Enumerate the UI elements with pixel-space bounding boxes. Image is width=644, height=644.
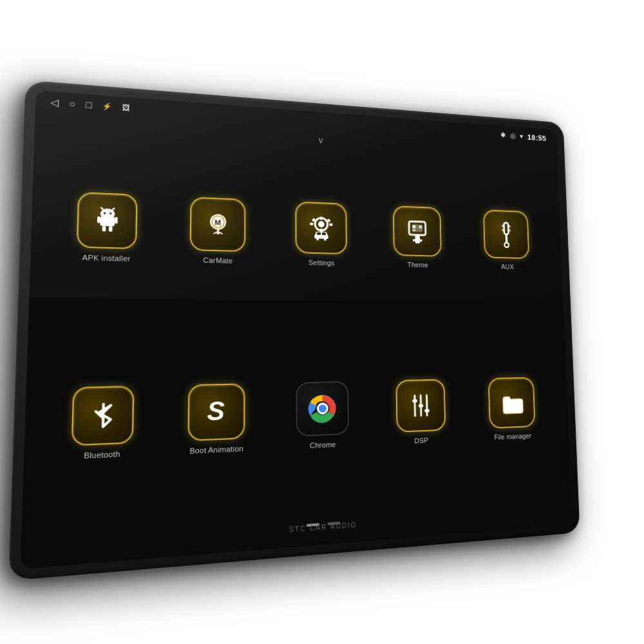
clock: 18:55 <box>527 133 547 142</box>
usb-icon: ⚡ <box>102 102 112 111</box>
recents-icon[interactable]: □ <box>86 99 92 110</box>
carmate-label: CarMate <box>203 256 232 264</box>
settings-label: Settings <box>308 258 335 267</box>
device-screen: ◁ ○ □ ⚡ 🖼 ✱ ◎ ▾ 18:55 ∨ <box>21 90 572 569</box>
svg-rect-37 <box>507 225 511 227</box>
app-item-settings[interactable]: Settings <box>276 149 366 318</box>
app-grid: APK installer M <box>22 128 571 531</box>
chrome-icon-bg <box>296 381 349 437</box>
location-icon: ◎ <box>510 131 516 140</box>
svg-rect-7 <box>109 226 113 232</box>
app-item-apk-installer[interactable]: APK installer <box>52 135 159 318</box>
app-item-bluetooth[interactable]: Bluetooth <box>46 329 156 522</box>
app-item-chrome[interactable]: Chrome <box>276 328 369 507</box>
svg-text:S: S <box>207 397 225 426</box>
bluetooth-status-icon: ✱ <box>500 131 506 139</box>
svg-rect-25 <box>322 232 326 235</box>
app-item-carmate[interactable]: M CarMate <box>168 142 265 318</box>
svg-rect-24 <box>317 232 321 234</box>
nav-icons: ◁ ○ □ ⚡ 🖼 <box>50 97 130 113</box>
svg-point-35 <box>504 242 509 247</box>
status-icons: ✱ ◎ ▾ 18:55 <box>500 131 546 142</box>
svg-rect-48 <box>418 404 423 408</box>
wifi-icon: ▾ <box>520 132 523 140</box>
svg-point-14 <box>318 221 325 227</box>
svg-line-8 <box>101 207 103 209</box>
bluetooth-icon <box>71 386 134 446</box>
svg-rect-5 <box>115 217 118 224</box>
svg-rect-29 <box>413 239 422 242</box>
back-icon[interactable]: ◁ <box>50 97 59 108</box>
home-icon[interactable]: ○ <box>69 98 75 109</box>
carmate-icon: M <box>190 196 246 252</box>
dsp-label: DSP <box>414 437 428 445</box>
svg-rect-36 <box>502 225 505 227</box>
svg-rect-32 <box>412 229 415 231</box>
theme-label: Theme <box>407 261 428 269</box>
apk-installer-label: APK installer <box>82 253 130 262</box>
file-manager-label: File manager <box>494 432 531 441</box>
dropdown-chevron[interactable]: ∨ <box>317 135 324 146</box>
dsp-icon <box>395 379 446 433</box>
theme-icon <box>392 205 441 257</box>
svg-rect-17 <box>310 222 313 225</box>
svg-rect-33 <box>504 222 508 234</box>
svg-rect-31 <box>419 225 422 229</box>
svg-rect-16 <box>320 229 323 232</box>
app-item-dsp[interactable]: DSP <box>376 328 464 500</box>
svg-line-46 <box>426 395 427 415</box>
svg-rect-49 <box>424 409 430 412</box>
aux-icon <box>483 209 529 259</box>
svg-line-44 <box>415 395 415 416</box>
device-wrapper: ◁ ○ □ ⚡ 🖼 ✱ ◎ ▾ 18:55 ∨ <box>45 97 599 547</box>
svg-rect-38 <box>502 229 505 231</box>
svg-rect-3 <box>100 216 115 226</box>
svg-rect-6 <box>102 226 106 232</box>
chrome-label: Chrome <box>310 440 336 450</box>
boot-animation-icon: S <box>188 383 245 441</box>
svg-rect-18 <box>330 223 333 225</box>
svg-rect-15 <box>320 216 323 220</box>
svg-text:M: M <box>215 218 222 226</box>
brand-text: STC CAR AUDIO <box>289 521 357 533</box>
apk-installer-icon <box>76 192 137 249</box>
app-item-theme[interactable]: Theme <box>374 155 460 319</box>
svg-rect-30 <box>412 225 415 228</box>
aux-label: AUX <box>501 263 514 270</box>
device-outer: ◁ ○ □ ⚡ 🖼 ✱ ◎ ▾ 18:55 ∨ <box>9 80 580 580</box>
boot-animation-label: Boot Animation <box>190 444 243 455</box>
svg-rect-39 <box>507 229 511 232</box>
svg-rect-47 <box>412 399 417 402</box>
bluetooth-label: Bluetooth <box>84 450 120 460</box>
svg-line-9 <box>112 208 114 210</box>
app-item-file-manager[interactable]: File manager <box>469 328 554 494</box>
svg-rect-4 <box>97 216 100 223</box>
app-item-boot-animation[interactable]: S Boot Animation <box>166 329 265 515</box>
settings-icon <box>295 201 347 254</box>
app-item-aux[interactable]: AUX <box>465 160 547 319</box>
file-manager-icon <box>488 377 536 429</box>
gallery-icon: 🖼 <box>122 104 130 112</box>
svg-rect-21 <box>314 234 328 239</box>
